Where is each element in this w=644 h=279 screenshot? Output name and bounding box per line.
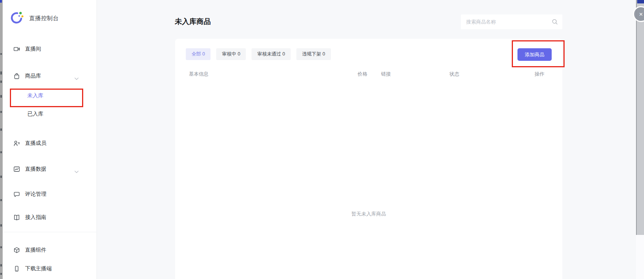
sidebar-item-in-stock[interactable]: 已入库 bbox=[27, 109, 103, 119]
chevron-down-icon bbox=[74, 168, 79, 175]
app-logo-icon bbox=[10, 11, 24, 26]
close-icon: × bbox=[639, 11, 643, 17]
sidebar-item-label: 商品库 bbox=[25, 73, 41, 79]
sidebar-item-live-room[interactable]: 直播间 bbox=[13, 44, 89, 54]
sidebar-item-live-data[interactable]: 直播数据 bbox=[13, 164, 89, 174]
tab-removed-violation[interactable]: 违规下架 0 bbox=[296, 48, 331, 60]
chevron-down-icon bbox=[74, 75, 79, 82]
column-header-basic-info: 基本信息 bbox=[189, 71, 209, 78]
sidebar-item-label: 下载主播端 bbox=[25, 265, 52, 272]
sidebar-divider bbox=[3, 232, 97, 232]
tab-all[interactable]: 全部 0 bbox=[186, 48, 210, 60]
live-console-page: { "app": { "title": "直播控制台" }, "sidebar"… bbox=[0, 0, 644, 279]
sidebar-item-live-components[interactable]: 直播组件 bbox=[13, 245, 89, 255]
sidebar-item-not-in-stock[interactable]: 未入库 bbox=[27, 90, 103, 101]
cube-icon bbox=[13, 247, 20, 254]
add-product-button[interactable]: 添加商品 bbox=[517, 48, 552, 61]
sidebar-item-label: 直播成员 bbox=[25, 140, 46, 147]
background-window-edge bbox=[0, 0, 3, 279]
close-overlay-button[interactable]: × bbox=[633, 6, 644, 22]
sidebar-item-product-library[interactable]: 商品库 bbox=[13, 71, 89, 81]
sidebar-item-label: 直播间 bbox=[25, 46, 41, 52]
background-window-fragment bbox=[0, 0, 2, 3]
book-icon bbox=[13, 214, 20, 221]
product-list-card: 全部 0 审核中 0 审核未通过 0 违规下架 0 添加商品 基本信息 价格 链… bbox=[175, 39, 562, 279]
search-input[interactable] bbox=[461, 14, 562, 29]
sidebar: 直播控制台 直播间 商品库 未入库 已入库 直播成员 直播数据 bbox=[3, 0, 97, 279]
sidebar-item-label: 直播数据 bbox=[25, 166, 46, 173]
column-header-price: 价格 bbox=[358, 71, 367, 78]
sidebar-item-comment-management[interactable]: 评论管理 bbox=[13, 189, 89, 200]
shopping-bag-icon bbox=[13, 73, 20, 79]
comment-icon bbox=[13, 191, 20, 198]
sidebar-item-label: 直播组件 bbox=[25, 247, 46, 254]
sidebar-item-live-members[interactable]: 直播成员 bbox=[13, 138, 89, 149]
empty-state-text: 暂无未入库商品 bbox=[175, 211, 562, 217]
search-icon[interactable] bbox=[552, 19, 558, 25]
background-scrollbar bbox=[636, 0, 644, 235]
app-title: 直播控制台 bbox=[29, 15, 59, 22]
sidebar-item-download-anchor-client[interactable]: 下载主播端 bbox=[13, 263, 89, 274]
tab-review-failed[interactable]: 审核未通过 0 bbox=[252, 48, 291, 60]
status-filter-tabs: 全部 0 审核中 0 审核未通过 0 违规下架 0 bbox=[186, 48, 331, 60]
phone-icon bbox=[13, 265, 20, 272]
sidebar-item-label: 未入库 bbox=[27, 92, 43, 99]
sidebar-item-label: 已入库 bbox=[27, 111, 43, 117]
tab-under-review[interactable]: 审核中 0 bbox=[216, 48, 246, 60]
sidebar-item-label: 评论管理 bbox=[25, 191, 46, 198]
search-box bbox=[461, 14, 562, 29]
brand: 直播控制台 bbox=[10, 11, 59, 26]
sidebar-item-label: 接入指南 bbox=[25, 214, 46, 221]
background-window-fragment bbox=[637, 0, 644, 3]
members-icon bbox=[13, 140, 20, 147]
column-header-status: 状态 bbox=[449, 71, 459, 78]
column-header-actions: 操作 bbox=[535, 71, 544, 78]
background-window-edge bbox=[636, 235, 644, 279]
sidebar-item-access-guide[interactable]: 接入指南 bbox=[13, 212, 89, 223]
column-header-link: 链接 bbox=[381, 71, 391, 78]
chart-icon bbox=[13, 166, 20, 173]
page-title: 未入库商品 bbox=[175, 17, 211, 27]
camera-icon bbox=[13, 46, 20, 52]
